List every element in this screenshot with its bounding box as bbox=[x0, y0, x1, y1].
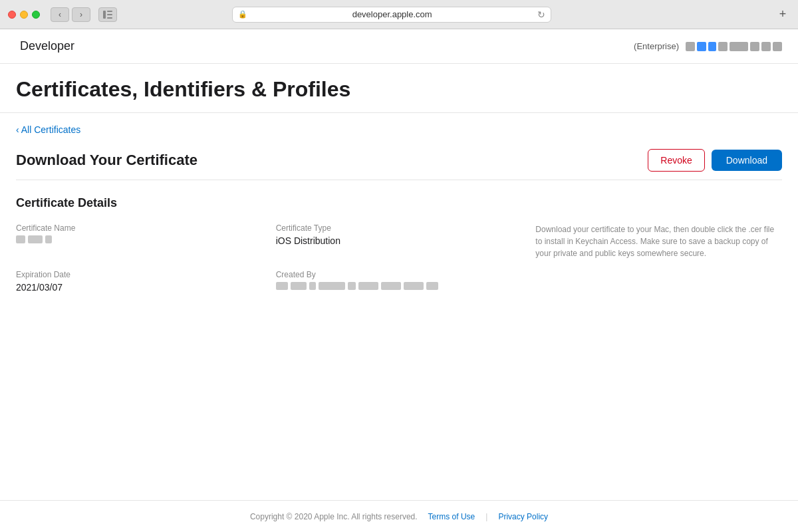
forward-button[interactable]: › bbox=[72, 7, 90, 22]
blur-b8 bbox=[404, 282, 424, 290]
nav-buttons: ‹ › bbox=[51, 7, 90, 22]
cert-details-row1: Certificate Name Certificate Type iOS Di… bbox=[16, 223, 782, 259]
created-by-label: Created By bbox=[276, 270, 523, 279]
created-by-value bbox=[276, 282, 523, 290]
section-title: Download Your Certificate bbox=[16, 152, 198, 169]
cert-details-section: Certificate Details Certificate Name Cer… bbox=[16, 180, 782, 309]
new-tab-button[interactable]: + bbox=[775, 7, 790, 22]
blur-b1 bbox=[276, 282, 288, 290]
content-area: ‹ All Certificates Download Your Certifi… bbox=[0, 113, 798, 500]
fullscreen-button[interactable] bbox=[32, 11, 40, 19]
nav-dot-1 bbox=[686, 42, 695, 51]
svg-rect-0 bbox=[103, 11, 106, 19]
cert-type-field: Certificate Type iOS Distribution bbox=[276, 223, 523, 259]
url-bar[interactable]: 🔒 developer.apple.com ↻ bbox=[232, 7, 551, 23]
top-nav: Developer (Enterprise) bbox=[0, 29, 798, 64]
footer-copyright: Copyright © 2020 Apple Inc. All rights r… bbox=[250, 512, 418, 521]
blur-block-2 bbox=[28, 235, 43, 243]
section-header: Download Your Certificate Revoke Downloa… bbox=[16, 141, 782, 180]
nav-dots bbox=[686, 42, 782, 51]
cert-hint-text: Download your certificate to your Mac, t… bbox=[535, 223, 782, 259]
action-buttons: Revoke Download bbox=[648, 149, 782, 172]
svg-rect-1 bbox=[107, 11, 112, 12]
lock-icon: 🔒 bbox=[238, 10, 247, 19]
page: Developer (Enterprise) Certificates, Ide… bbox=[0, 29, 798, 532]
blur-b3 bbox=[309, 282, 316, 290]
browser-chrome: ‹ › 🔒 developer.apple.com ↻ + bbox=[0, 0, 798, 29]
privacy-policy-link[interactable]: Privacy Policy bbox=[498, 512, 548, 521]
minimize-button[interactable] bbox=[20, 11, 28, 19]
cert-type-value: iOS Distribution bbox=[276, 235, 523, 246]
blur-b7 bbox=[381, 282, 401, 290]
blur-b6 bbox=[358, 282, 378, 290]
cert-type-label: Certificate Type bbox=[276, 223, 523, 233]
nav-dot-6 bbox=[750, 42, 759, 51]
empty-col bbox=[535, 270, 782, 293]
expiry-field: Expiration Date 2021/03/07 bbox=[16, 270, 263, 293]
terms-of-use-link[interactable]: Terms of Use bbox=[428, 512, 475, 521]
nav-dot-4 bbox=[718, 42, 728, 51]
nav-dot-7 bbox=[761, 42, 771, 51]
enterprise-label: (Enterprise) bbox=[634, 41, 679, 51]
cert-name-label: Certificate Name bbox=[16, 223, 263, 233]
url-text: developer.apple.com bbox=[251, 9, 533, 19]
cert-name-field: Certificate Name bbox=[16, 223, 263, 259]
breadcrumb-area: ‹ All Certificates bbox=[16, 113, 782, 141]
nav-right: (Enterprise) bbox=[634, 41, 782, 51]
expiry-label: Expiration Date bbox=[16, 270, 263, 279]
sidebar-button[interactable] bbox=[98, 7, 117, 22]
page-title-area: Certificates, Identifiers & Profiles bbox=[0, 64, 798, 113]
cert-details-row2: Expiration Date 2021/03/07 Created By bbox=[16, 270, 782, 293]
blur-b5 bbox=[348, 282, 356, 290]
traffic-lights bbox=[8, 11, 40, 19]
svg-rect-2 bbox=[107, 14, 112, 15]
nav-dot-3 bbox=[708, 42, 716, 51]
nav-dot-5 bbox=[730, 42, 748, 51]
developer-label: Developer bbox=[20, 39, 74, 53]
blur-block-3 bbox=[45, 235, 52, 243]
revoke-button[interactable]: Revoke bbox=[648, 149, 704, 172]
svg-rect-3 bbox=[107, 17, 112, 19]
cert-hint-field: Download your certificate to your Mac, t… bbox=[535, 223, 782, 259]
blur-b2 bbox=[291, 282, 307, 290]
close-button[interactable] bbox=[8, 11, 16, 19]
footer-divider: | bbox=[485, 512, 487, 521]
created-by-field: Created By bbox=[276, 270, 523, 293]
refresh-button[interactable]: ↻ bbox=[537, 9, 545, 20]
blur-block-1 bbox=[16, 235, 25, 243]
expiry-value: 2021/03/07 bbox=[16, 282, 263, 293]
page-title: Certificates, Identifiers & Profiles bbox=[16, 77, 782, 102]
nav-dot-2 bbox=[697, 42, 706, 51]
cert-name-value bbox=[16, 235, 263, 243]
cert-details-title: Certificate Details bbox=[16, 196, 782, 210]
breadcrumb-link[interactable]: ‹ All Certificates bbox=[16, 124, 80, 135]
blur-b4 bbox=[319, 282, 345, 290]
back-button[interactable]: ‹ bbox=[51, 7, 69, 22]
apple-logo-area: Developer bbox=[16, 39, 74, 53]
nav-dot-8 bbox=[773, 42, 782, 51]
download-button[interactable]: Download bbox=[712, 150, 782, 171]
blur-b9 bbox=[426, 282, 438, 290]
footer: Copyright © 2020 Apple Inc. All rights r… bbox=[0, 500, 798, 532]
